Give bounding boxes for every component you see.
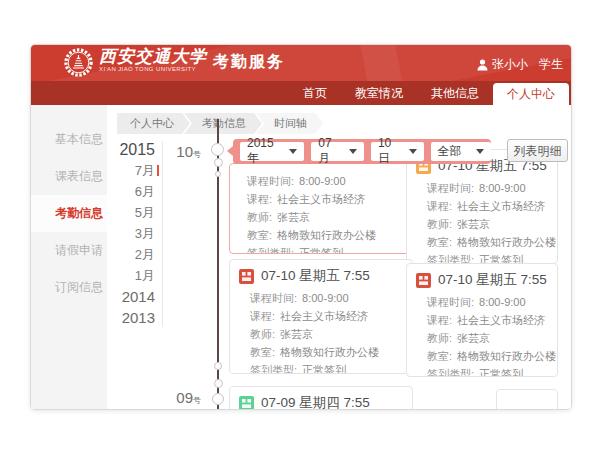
main-nav: 首页 教室情况 其他信息 个人中心 xyxy=(31,81,571,105)
timeline-dot xyxy=(211,143,224,156)
field-value: 社会主义市场经济 xyxy=(457,200,545,212)
day-label-09: 09号 xyxy=(159,389,201,406)
field-value: 张芸京 xyxy=(457,218,490,230)
body: 基本信息 课表信息 考勤信息 请假申请 订阅信息 个人中心 考勤信息 时间轴 2… xyxy=(31,105,571,409)
field-label: 签到类型: xyxy=(250,364,297,374)
field-value: 8:00-9:00 xyxy=(479,182,525,194)
field-value: 格物致知行政办公楼 xyxy=(457,350,556,362)
university-brand: 西安交通大学 XI'AN JIAO TONG UNIVERSITY xyxy=(99,47,207,73)
content: 个人中心 考勤信息 时间轴 2015 7月 6月 5月 3月 2月 1月 201… xyxy=(107,105,571,409)
chevron-down-icon xyxy=(349,149,357,154)
chevron-down-icon xyxy=(289,149,297,154)
field-label: 课程: xyxy=(247,193,272,205)
field-label: 课程: xyxy=(250,310,275,322)
scale-year-2013[interactable]: 2013 xyxy=(111,307,155,328)
scale-year-2015[interactable]: 2015 xyxy=(111,139,155,160)
field-label: 教室: xyxy=(250,346,275,358)
day-label-10: 10号 xyxy=(159,143,201,160)
app-window: 西安交通大学 XI'AN JIAO TONG UNIVERSITY 考勤服务 张… xyxy=(30,44,572,410)
sidebar-item-schedule-info[interactable]: 课表信息 xyxy=(31,158,107,195)
field-value: 张芸京 xyxy=(457,332,490,344)
timeline-dot xyxy=(215,171,221,177)
scale-month-6[interactable]: 6月 xyxy=(111,181,155,202)
scale-month-3[interactable]: 3月 xyxy=(111,223,155,244)
field-label: 教师: xyxy=(247,211,272,223)
filter-bar: 2015年 07月 10日 全部 xyxy=(233,139,491,164)
field-value: 8:00-9:00 xyxy=(479,296,525,308)
sidebar-item-subscription-info[interactable]: 订阅信息 xyxy=(31,269,107,306)
user-icon xyxy=(477,59,488,71)
scale-divider xyxy=(162,141,163,327)
field-value: 社会主义市场经济 xyxy=(457,314,545,326)
attendance-card: 07-10 星期五 7:55 课程时间:8:00-9:00 课程:社会主义市场经… xyxy=(406,149,558,264)
scale-month-1[interactable]: 1月 xyxy=(111,265,155,286)
sidebar-item-attendance-info[interactable]: 考勤信息 xyxy=(31,195,107,232)
breadcrumb-personal-center[interactable]: 个人中心 xyxy=(117,113,190,134)
page: 西安交通大学 XI'AN JIAO TONG UNIVERSITY 考勤服务 张… xyxy=(0,0,600,450)
app-header: 西安交通大学 XI'AN JIAO TONG UNIVERSITY 考勤服务 张… xyxy=(31,45,571,81)
nav-item-classroom-status[interactable]: 教室情况 xyxy=(341,81,417,105)
breadcrumb-timeline[interactable]: 时间轴 xyxy=(256,113,323,134)
field-value: 社会主义市场经济 xyxy=(280,310,368,322)
field-label: 教师: xyxy=(250,328,275,340)
field-value: 格物致知行政办公楼 xyxy=(277,229,376,241)
field-value: 8:00-9:00 xyxy=(299,175,345,187)
user-name: 张小小 xyxy=(492,56,528,73)
field-label: 课程: xyxy=(427,200,452,212)
app-title: 考勤服务 xyxy=(213,52,285,73)
scale-year-2014[interactable]: 2014 xyxy=(111,286,155,307)
field-label: 教室: xyxy=(427,350,452,362)
attendance-card-partial xyxy=(496,389,558,410)
chevron-down-icon xyxy=(409,149,417,154)
field-value: 正常签到 xyxy=(299,247,343,254)
field-value: 正常签到 xyxy=(479,368,523,377)
user-info[interactable]: 张小小 学生 xyxy=(477,56,563,73)
field-label: 教室: xyxy=(247,229,272,241)
nav-item-home[interactable]: 首页 xyxy=(289,81,341,105)
field-value: 格物致知行政办公楼 xyxy=(457,236,556,248)
breadcrumb-attendance-info[interactable]: 考勤信息 xyxy=(184,113,262,134)
breadcrumb: 个人中心 考勤信息 时间轴 xyxy=(117,113,323,134)
field-label: 签到类型: xyxy=(247,247,294,254)
field-value: 8:00-9:00 xyxy=(302,292,348,304)
field-label: 课程时间: xyxy=(250,292,297,304)
attendance-card: 07-09 星期四 7:55 xyxy=(229,386,413,410)
field-value: 张芸京 xyxy=(280,328,313,340)
user-role: 学生 xyxy=(539,56,563,73)
scale-month-5[interactable]: 5月 xyxy=(111,202,155,223)
year-dropdown[interactable]: 2015年 xyxy=(240,142,304,161)
attendance-card: 课程时间:8:00-9:00 课程:社会主义市场经济 教师:张芸京 教室:格物致… xyxy=(229,163,413,254)
day-dropdown[interactable]: 10日 xyxy=(371,142,424,161)
attendance-card: 07-10 星期五 7:55 课程时间:8:00-9:00 课程:社会主义市场经… xyxy=(406,263,558,377)
university-name-en: XI'AN JIAO TONG UNIVERSITY xyxy=(99,66,207,73)
timeline-dot xyxy=(214,158,223,167)
field-label: 课程: xyxy=(427,314,452,326)
nav-item-personal-center[interactable]: 个人中心 xyxy=(493,83,569,105)
field-label: 课程时间: xyxy=(427,296,474,308)
type-dropdown[interactable]: 全部 xyxy=(431,142,491,161)
timeline-scale: 2015 7月 6月 5月 3月 2月 1月 2014 2013 xyxy=(111,139,155,328)
field-value: 社会主义市场经济 xyxy=(277,193,365,205)
sidebar-item-leave-request[interactable]: 请假申请 xyxy=(31,232,107,269)
field-value: 格物致知行政办公楼 xyxy=(280,346,379,358)
timeline-dot xyxy=(212,393,224,405)
scale-month-7[interactable]: 7月 xyxy=(111,160,155,181)
sidebar: 基本信息 课表信息 考勤信息 请假申请 订阅信息 xyxy=(31,105,107,409)
active-month-marker xyxy=(157,165,159,176)
nav-item-other-info[interactable]: 其他信息 xyxy=(417,81,493,105)
field-label: 教师: xyxy=(427,218,452,230)
attendance-type-icon xyxy=(239,269,254,284)
field-label: 课程时间: xyxy=(427,182,474,194)
attendance-card: 07-10 星期五 7:55 课程时间:8:00-9:00 课程:社会主义市场经… xyxy=(229,259,413,374)
university-name-cn: 西安交通大学 xyxy=(99,47,207,66)
card-title: 07-09 星期四 7:55 xyxy=(261,394,370,410)
card-title: 07-10 星期五 7:55 xyxy=(261,267,370,285)
scale-month-2[interactable]: 2月 xyxy=(111,244,155,265)
field-value: 正常签到 xyxy=(302,364,346,374)
sidebar-item-basic-info[interactable]: 基本信息 xyxy=(31,121,107,158)
card-title: 07-10 星期五 7:55 xyxy=(438,271,547,289)
list-detail-button[interactable]: 列表明细 xyxy=(507,139,568,162)
chevron-down-icon xyxy=(476,149,484,154)
month-dropdown[interactable]: 07月 xyxy=(311,142,364,161)
attendance-type-icon xyxy=(239,396,254,411)
